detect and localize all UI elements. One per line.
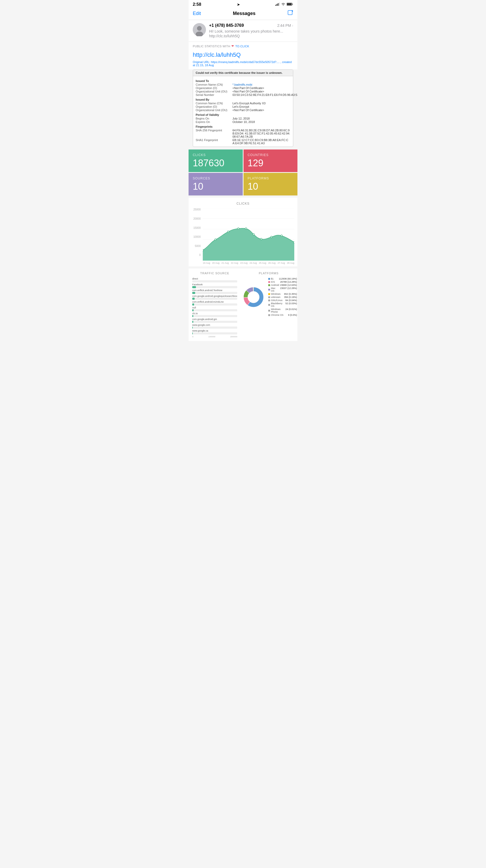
legend-color	[268, 284, 270, 286]
stat-card-sources: SOURCES 10	[189, 173, 243, 195]
avatar	[193, 23, 206, 36]
svg-rect-0	[275, 5, 276, 6]
brand-link[interactable]: TO.CLICK	[235, 45, 249, 48]
bar-fill	[192, 327, 193, 329]
legend-color	[268, 278, 270, 280]
y-label: 10000	[191, 236, 201, 238]
bar-item: direct	[192, 277, 237, 282]
bar-track	[192, 298, 237, 300]
edit-button[interactable]: Edit	[193, 11, 201, 16]
svg-rect-2	[278, 3, 279, 6]
donut-segment	[253, 287, 254, 291]
certificate-box: Could not verify this certificate becaus…	[193, 69, 293, 147]
original-url[interactable]: https://nrwnq.badmilfs.mobi/c/da57dc555e…	[211, 60, 280, 64]
bar-item: com.enflick.android.tn2ndLine	[192, 301, 237, 306]
cert-expires-row: Expires On October 10, 2018	[196, 120, 290, 123]
legend-value: 52 (0.03%)	[285, 302, 297, 307]
bar-fill	[192, 315, 193, 317]
svg-point-28	[281, 235, 282, 237]
bar-track	[192, 332, 237, 335]
legend-table: $1 112936 (60.19%) iOS 26788 (14.28%) An…	[268, 277, 297, 317]
legend-value: 356 (0.19%)	[284, 296, 297, 299]
x-label: 21 Aug	[222, 262, 229, 264]
legend-row: Android 23690 (12.63%)	[268, 284, 297, 286]
status-icons	[275, 3, 293, 6]
svg-point-20	[203, 249, 204, 251]
x-label: 19 Aug	[203, 262, 210, 264]
bar-track	[192, 315, 237, 317]
chart-svg	[203, 208, 294, 260]
chevron-right-icon: ›	[292, 23, 293, 28]
bar-label: Facebook	[192, 283, 237, 286]
signal-icon	[275, 3, 280, 6]
bar-label: com.google.android.googlequicksearchbox	[192, 295, 237, 298]
bar-item: www.google.ca	[192, 330, 237, 335]
platforms-title: PLATFORMS	[240, 272, 297, 275]
legend-name: $1	[268, 277, 278, 280]
stat-card-label: CLICKS	[193, 153, 238, 157]
legend-value: 652 (0.35%)	[284, 293, 297, 295]
stat-card-label: COUNTRIES	[248, 153, 293, 157]
heart-icon: ❤	[231, 44, 234, 48]
stats-cards: CLICKS 187630 COUNTRIES 129 SOURCES 10 P…	[189, 150, 297, 195]
bar-fill	[192, 298, 195, 300]
bar-track	[192, 292, 237, 294]
svg-point-26	[260, 238, 262, 240]
legend-name: BlackBerry OS	[268, 302, 284, 307]
chart-title: CLICKS	[189, 202, 297, 206]
compose-icon[interactable]	[287, 10, 293, 17]
short-url-link[interactable]: http://clc.la/luhh5Q	[193, 52, 240, 58]
x-label: 25 Aug	[259, 262, 266, 264]
legend-row: GNU/Linux 84 (0.04%)	[268, 299, 297, 302]
legend-name: Android	[268, 284, 279, 286]
wifi-icon	[281, 3, 285, 6]
legend-value: 23037 (12.28%)	[280, 287, 297, 292]
bar-fill	[192, 332, 193, 335]
svg-rect-7	[288, 10, 292, 15]
legend-color	[268, 293, 270, 295]
bar-label: com.google.android.gm	[192, 318, 237, 320]
stat-card-value: 187630	[193, 158, 238, 168]
legend-name: Windows Phone	[268, 308, 284, 313]
legend-color	[268, 310, 270, 312]
status-bar: 2:58 ➤	[189, 0, 297, 8]
traffic-source-section: TRAFFIC SOURCE direct Facebook com.enfli…	[191, 272, 239, 338]
svg-point-29	[293, 242, 294, 243]
message-preview[interactable]: +1 (478) 845-3769 2:44 PM › Hi! Look, so…	[189, 20, 297, 42]
legend-name: GNU/Linux	[268, 299, 284, 302]
cert-by-ou-row: Organizational Unit (OU) <Not Part Of Ce…	[196, 108, 290, 112]
legend-row: Mac OS 23037 (12.28%)	[268, 287, 297, 292]
stats-header-label: PUBLIC STATISTICS WITH	[193, 45, 230, 48]
original-label: Original URL:	[193, 60, 210, 64]
message-header: +1 (478) 845-3769 2:44 PM ›	[209, 23, 293, 28]
x-label: 23 Aug	[240, 262, 248, 264]
chart-y-labels: 2500020000150001000050000	[191, 208, 201, 256]
svg-point-12	[197, 26, 202, 31]
cert-sha1-row: SHA1 Fingerprint EB:1E:12:C7:CC:B3:C9:B8…	[196, 138, 290, 145]
cert-by-cn-row: Common Name (CN) Let's Encrypt Authority…	[196, 102, 290, 105]
x-label: 24 Aug	[250, 262, 257, 264]
cert-serial-row: Serial Number 03:50:14:C3:52:8E:F4:21:E8…	[196, 93, 290, 96]
message-phone: +1 (478) 845-3769	[209, 23, 244, 28]
stats-url-section: http://clc.la/luhh5Q	[189, 51, 297, 60]
bar-label: clc.to	[192, 312, 237, 315]
y-label: 25000	[191, 208, 201, 211]
donut-chart	[240, 284, 267, 310]
svg-point-24	[245, 228, 247, 229]
bar-item: com.enflick.android.TextNow	[192, 289, 237, 294]
legend-name: Mac OS	[268, 287, 279, 292]
legend-name: unknown	[268, 296, 283, 299]
chart-area	[203, 208, 294, 260]
bar-item: null	[192, 306, 237, 311]
bar-label: www.google.ca	[192, 330, 237, 332]
bar-track	[192, 309, 237, 311]
svg-point-21	[215, 239, 216, 240]
legend-color	[268, 314, 270, 316]
legend-row: Chrome OS 9 (0.0%)	[268, 314, 297, 316]
chart-container: 2500020000150001000050000	[189, 208, 297, 264]
bar-label: null	[192, 306, 237, 309]
legend-row: Windows 652 (0.35%)	[268, 293, 297, 295]
bar-item: Facebook	[192, 283, 237, 288]
stat-card-value: 129	[248, 158, 293, 168]
legend-value: 24 (0.01%)	[285, 308, 297, 313]
